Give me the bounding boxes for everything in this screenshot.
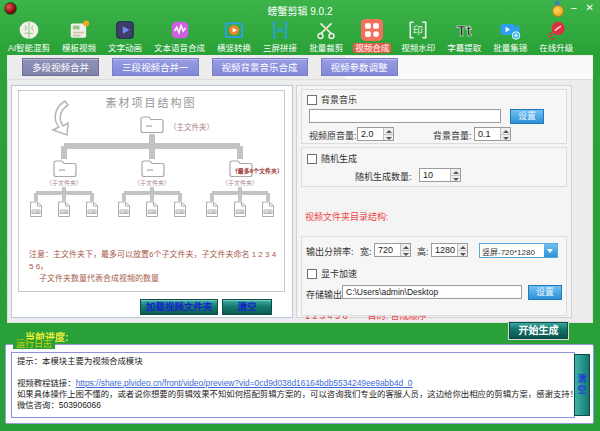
bgm-set-button[interactable]: 设置 — [510, 109, 544, 124]
random-group: 随机生成 随机生成数量: 10 — [301, 147, 567, 187]
random-count-stepper[interactable]: 10 — [419, 168, 461, 182]
online-upgrade-icon — [545, 19, 567, 41]
tab-param-adjust[interactable]: 视频参数调整 — [321, 58, 398, 76]
main-content: 素材项目结构图 （主文件夹） （子文件夹） （子文件夹） （子文件夹） （最多6… — [7, 79, 593, 323]
toolbar-item-tts[interactable]: 文本语音合成 — [148, 19, 211, 53]
template-video-icon — [68, 19, 90, 41]
random-checkbox[interactable] — [307, 154, 317, 164]
clear-log-button[interactable]: 清空 — [574, 354, 590, 416]
medal-icon[interactable] — [552, 1, 562, 15]
output-group: 输出分辨率: 宽: 720 高: 1280 竖屏-720*1280 显卡加 — [301, 236, 567, 316]
ai-brain-icon — [18, 19, 40, 41]
toolbar-item-ai-mix[interactable]: AI智能混剪 — [2, 19, 56, 53]
load-folder-button[interactable]: 加载视频文件夹 — [140, 299, 218, 315]
orientation-convert-icon — [223, 19, 245, 41]
run-log-group: 运行日志 提示：本模块主要为视频合成模块 视频教程链接：https://shar… — [5, 344, 594, 424]
height-stepper[interactable]: 1280 — [431, 243, 468, 257]
svg-text:Tt: Tt — [457, 22, 472, 39]
bgm-checkbox-label: 背景音乐 — [321, 93, 357, 106]
log-line-tip: 提示：本模块主要为视频合成模块 — [17, 356, 569, 367]
run-log-textarea[interactable]: 提示：本模块主要为视频合成模块 视频教程链接：https://share.plv… — [11, 352, 575, 418]
text-animation-icon — [114, 19, 136, 41]
folder-structure-diagram: 素材项目结构图 （主文件夹） （子文件夹） （子文件夹） （子文件夹） （最多6… — [18, 90, 285, 292]
window-title: 螃蟹剪辑 9.0.2 — [0, 3, 600, 18]
tab-multi-merge[interactable]: 多段视频合并 — [22, 58, 99, 76]
bgm-volume-label: 背景音量: — [433, 129, 472, 142]
main-folder-label: （主文件夹） — [169, 122, 214, 132]
stepper-down-icon — [451, 176, 460, 182]
app-window: 螃蟹剪辑 9.0.2 – ✕ AI智能混剪 模板视频 文字动画 — [0, 0, 600, 431]
toolbar-item-watermark[interactable]: 印 视频水印 — [395, 19, 441, 53]
tab-bgm-compose[interactable]: 视频背景音乐合成 — [212, 58, 308, 76]
toolbar-item-batch-crop[interactable]: 批量裁剪 — [303, 19, 349, 53]
max-folders-label: （最多6个文件夹） — [232, 167, 283, 175]
height-label: 高: — [417, 245, 429, 258]
minimize-button[interactable]: – — [571, 1, 577, 15]
gpu-checkbox[interactable] — [307, 269, 317, 279]
tab-three-merge[interactable]: 三段视频合并一 — [112, 58, 199, 76]
close-button[interactable]: ✕ — [586, 1, 594, 15]
svg-text:MP4: MP4 — [148, 210, 155, 214]
svg-text:MP4: MP4 — [32, 210, 39, 214]
svg-text:印: 印 — [413, 25, 423, 36]
svg-text:MP4: MP4 — [208, 210, 215, 214]
svg-text:MP4: MP4 — [120, 210, 127, 214]
clear-folder-button[interactable]: 清空 — [222, 299, 272, 315]
subtitle-extract-icon: Tt — [453, 19, 475, 41]
tutorial-link[interactable]: https://share.plvideo.cn/front/video/pre… — [76, 378, 413, 388]
stepper-down-icon — [384, 135, 393, 141]
chevron-down-icon — [544, 244, 557, 257]
svg-text:MP4: MP4 — [236, 210, 243, 214]
log-line-tutorial: 视频教程链接：https://share.plvideo.cn/front/vi… — [17, 378, 569, 389]
video-volume-label: 视频原音量: — [309, 129, 357, 142]
toolbar-item-video-compose[interactable]: 视频合成 — [349, 19, 395, 53]
storage-set-button[interactable]: 设置 — [528, 285, 562, 300]
resolution-preset-select[interactable]: 竖屏-720*1280 — [479, 243, 558, 258]
settings-panel: 背景音乐 设置 视频原音量: 2.0 背景音量: 0.1 随机生成 — [296, 85, 572, 318]
toolbar-item-text-animation[interactable]: 文字动画 — [102, 19, 148, 53]
title-bar: 螃蟹剪辑 9.0.2 – ✕ — [0, 0, 600, 18]
storage-label: 存储输出: — [306, 288, 345, 301]
sub-folder-label: （子文件夹） — [46, 179, 82, 187]
tab-strip: 多段视频合并 三段视频合并一 视频背景音乐合成 视频参数调整 — [7, 55, 593, 79]
batch-crop-icon — [315, 19, 337, 41]
toolbar-item-three-screen[interactable]: 三屏拼接 — [257, 19, 303, 53]
three-screen-icon — [269, 19, 291, 41]
video-volume-stepper[interactable]: 2.0 — [357, 127, 394, 141]
gpu-checkbox-label: 显卡加速 — [321, 267, 357, 280]
svg-text:MP4: MP4 — [264, 210, 271, 214]
diagram-note: 注意：主文件夹下，最多可以放置6个子文件夹，子文件夹命名 1 2 3 4 5 6… — [29, 249, 280, 285]
arrow-decoration — [53, 101, 68, 135]
diagram-title: 素材项目结构图 — [106, 96, 197, 109]
toolbar-item-template-video[interactable]: 模板视频 — [56, 19, 102, 53]
bgm-group: 背景音乐 设置 视频原音量: 2.0 背景音量: 0.1 — [301, 89, 567, 144]
structure-panel: 素材项目结构图 （主文件夹） （子文件夹） （子文件夹） （子文件夹） （最多6… — [11, 85, 293, 318]
random-count-label: 随机生成数量: — [355, 170, 412, 183]
stepper-down-icon — [458, 251, 467, 257]
batch-collection-icon — [499, 19, 521, 41]
stepper-down-icon — [401, 251, 410, 257]
video-compose-icon — [361, 19, 383, 41]
toolbar-item-online-upgrade[interactable]: 在线升级 — [533, 19, 579, 53]
toolbar-item-batch-collection[interactable]: 批量集锦 — [487, 19, 533, 53]
storage-path-input[interactable]: C:\Users\admin\Desktop — [342, 285, 522, 299]
speech-synthesis-icon — [169, 19, 191, 41]
sub-folder-label: （子文件夹） — [134, 179, 170, 187]
toolbar-item-orientation[interactable]: 横竖转换 — [211, 19, 257, 53]
log-line-wechat: 微信咨询：503906066 — [17, 400, 569, 411]
random-checkbox-label: 随机生成 — [321, 152, 357, 165]
svg-text:MP4: MP4 — [60, 210, 67, 214]
sub-folder-label: （子文件夹） — [222, 179, 258, 187]
bgm-volume-stepper[interactable]: 0.1 — [474, 127, 511, 141]
log-line-service: 如果具体操作上图不懂的，或者说你想要的剪辑效果不知如何搭配剪辑方案的，可以咨询我… — [17, 389, 569, 400]
video-watermark-icon: 印 — [407, 19, 429, 41]
width-stepper[interactable]: 720 — [374, 243, 411, 257]
stepper-down-icon — [501, 135, 510, 141]
run-log-legend: 运行日志 — [13, 339, 55, 349]
bgm-checkbox[interactable] — [307, 95, 317, 105]
bgm-path-input[interactable] — [309, 109, 501, 123]
width-label: 宽: — [360, 245, 372, 258]
start-generate-button[interactable]: 开始生成 — [509, 322, 568, 339]
toolbar-item-subtitle-extract[interactable]: Tt 字幕提取 — [441, 19, 487, 53]
main-toolbar: AI智能混剪 模板视频 文字动画 文本语音合成 横竖转换 — [2, 19, 579, 53]
